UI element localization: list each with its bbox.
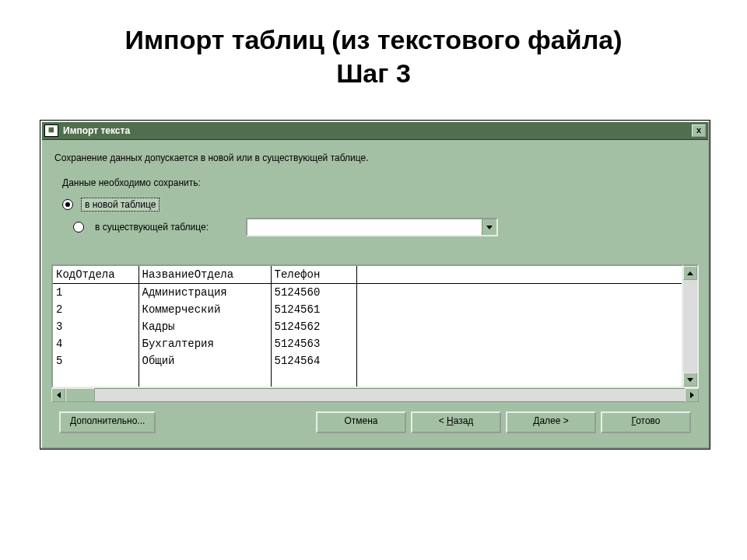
table-row: 2 Коммерческий 5124561	[53, 301, 682, 318]
cell-empty	[356, 284, 682, 302]
finish-button[interactable]: Готово	[601, 411, 691, 433]
cell-empty	[356, 369, 682, 387]
cell: 5124563	[271, 335, 356, 352]
heading-line-2: Шаг 3	[0, 57, 747, 90]
window-icon: ▦	[44, 124, 58, 137]
col-header: Телефон	[271, 266, 356, 284]
preview-grid: КодОтдела НазваниеОтдела Телефон 1	[51, 264, 683, 388]
cell	[139, 369, 271, 387]
cell: Кадры	[139, 318, 271, 335]
scroll-up-button[interactable]	[683, 266, 697, 280]
col-header-empty	[356, 266, 682, 284]
radio-new-table[interactable]	[62, 199, 73, 210]
cell	[53, 369, 139, 387]
scroll-track[interactable]	[95, 388, 685, 402]
finish-post: отово	[636, 415, 660, 426]
col-header: НазваниеОтдела	[139, 266, 271, 284]
back-button[interactable]: < Назад	[411, 411, 501, 433]
import-text-dialog: ▦ Импорт текста x Сохранение данных допу…	[40, 121, 710, 449]
additional-button[interactable]: Дополнительно...	[59, 411, 156, 433]
radio-existing-table-label[interactable]: в существующей таблице:	[92, 221, 212, 233]
horizontal-scrollbar[interactable]	[51, 388, 699, 402]
chevron-left-icon	[57, 392, 61, 398]
scroll-right-button[interactable]	[685, 388, 699, 402]
window-title: Импорт текста	[63, 125, 130, 136]
back-post: азад	[454, 415, 474, 426]
heading-line-1: Импорт таблиц (из текстового файла)	[0, 23, 747, 57]
chevron-up-icon	[687, 271, 693, 275]
scroll-thumb[interactable]	[65, 388, 95, 402]
radio-new-table-label[interactable]: в новой таблице	[81, 198, 160, 212]
table-row: 1 Администрация 5124560	[53, 284, 682, 302]
table-header-row: КодОтдела НазваниеОтдела Телефон	[53, 266, 682, 284]
next-button[interactable]: Далее >	[506, 411, 596, 433]
cell-empty	[356, 335, 682, 352]
cell: 3	[53, 318, 139, 335]
cell: 5124564	[271, 352, 356, 369]
cell: 5124561	[271, 301, 356, 318]
scroll-down-button[interactable]	[683, 373, 697, 387]
vertical-scrollbar[interactable]	[683, 264, 699, 388]
cell: Бухгалтерия	[139, 335, 271, 352]
cell: 4	[53, 335, 139, 352]
cell-empty	[356, 301, 682, 318]
table-row: 5 Общий 5124564	[53, 352, 682, 369]
cell: Общий	[139, 352, 271, 369]
chevron-down-icon	[486, 226, 493, 229]
cancel-button[interactable]: Отмена	[316, 411, 406, 433]
table-row: 4 Бухгалтерия 5124563	[53, 335, 682, 352]
radio-existing-table[interactable]	[73, 222, 84, 233]
close-icon[interactable]: x	[692, 124, 706, 137]
cell: 1	[53, 284, 139, 302]
back-pre: <	[439, 415, 447, 426]
back-mnemonic: Н	[447, 415, 454, 426]
scroll-left-button[interactable]	[51, 388, 65, 402]
cell-empty	[356, 352, 682, 369]
cell	[271, 369, 356, 387]
col-header: КодОтдела	[53, 266, 139, 284]
cell: Администрация	[139, 284, 271, 302]
dialog-prompt: Данные необходимо сохранить:	[62, 177, 696, 188]
slide-heading: Импорт таблиц (из текстового файла) Шаг …	[0, 0, 747, 89]
cell: 5124560	[271, 284, 356, 302]
existing-table-field[interactable]	[247, 219, 482, 235]
titlebar[interactable]: ▦ Импорт текста x	[42, 122, 708, 140]
scroll-track[interactable]	[683, 280, 697, 373]
next-post: алее >	[539, 415, 568, 426]
table-row	[53, 369, 682, 387]
chevron-down-icon	[687, 378, 693, 382]
cell: 5124562	[271, 318, 356, 335]
chevron-right-icon	[690, 392, 694, 398]
cell: 5	[53, 352, 139, 369]
table-row: 3 Кадры 5124562	[53, 318, 682, 335]
dialog-description: Сохранение данных допускается в новой ил…	[54, 152, 696, 163]
cell: Коммерческий	[139, 301, 271, 318]
existing-table-combo[interactable]	[246, 218, 498, 236]
cell-empty	[356, 318, 682, 335]
combo-dropdown-button[interactable]	[482, 219, 496, 235]
cell: 2	[53, 301, 139, 318]
